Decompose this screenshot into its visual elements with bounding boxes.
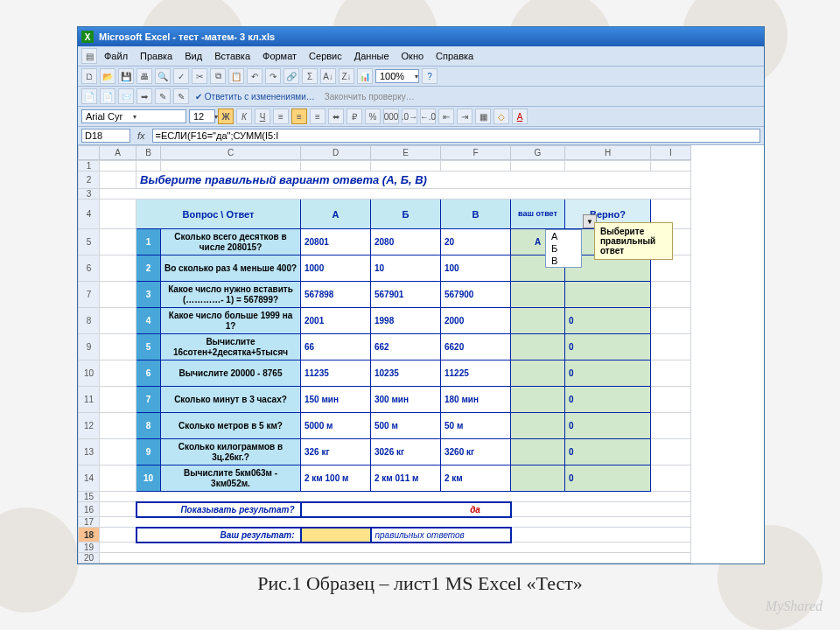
dropdown-option[interactable]: Б (546, 242, 581, 255)
row-header[interactable]: 5 (79, 229, 100, 256)
row-header[interactable]: 11 (79, 387, 100, 413)
your-answer-cell[interactable] (511, 334, 565, 360)
your-result-value[interactable] (301, 528, 371, 542)
copy-icon[interactable]: ⧉ (210, 68, 226, 84)
menu-insert[interactable]: Вставка (209, 49, 256, 63)
answer-v[interactable]: 11225 (441, 360, 511, 387)
show-result-cell[interactable] (371, 502, 441, 517)
your-answer-cell[interactable] (511, 413, 565, 439)
new-icon[interactable]: 🗋 (81, 68, 97, 84)
review-icon-1[interactable]: 📄 (81, 88, 97, 104)
review-icon-4[interactable]: ➡ (136, 88, 152, 104)
undo-icon[interactable]: ↶ (247, 68, 262, 84)
col-a[interactable]: A (100, 146, 136, 160)
menu-help[interactable]: Справка (430, 49, 479, 63)
bold-button[interactable]: Ж (218, 108, 234, 124)
spell-icon[interactable]: ✓ (173, 68, 189, 84)
answer-v[interactable]: 567900 (441, 282, 511, 308)
worksheet[interactable]: 1 2 Выберите правильный вариант ответа (… (78, 160, 691, 564)
row-header[interactable]: 1 (79, 161, 100, 172)
answer-a[interactable]: 5000 м (301, 413, 371, 439)
paste-icon[interactable]: 📋 (228, 68, 244, 84)
answer-b[interactable]: 567901 (371, 282, 441, 308)
row-header[interactable]: 3 (79, 189, 100, 200)
italic-button[interactable]: К (236, 108, 252, 124)
row-header[interactable]: 15 (79, 492, 100, 502)
print-icon[interactable]: 🖶 (136, 68, 152, 84)
row-header[interactable]: 2 (79, 172, 100, 189)
font-color-icon[interactable]: A (512, 108, 528, 124)
indent-dec-icon[interactable]: ⇤ (438, 108, 454, 124)
answer-a[interactable]: 1000 (301, 256, 371, 282)
zoom-select[interactable]: 100% (375, 69, 419, 83)
menu-format[interactable]: Формат (257, 49, 302, 63)
answer-b[interactable]: 3026 кг (371, 439, 441, 466)
your-answer-cell[interactable] (511, 466, 565, 492)
answer-v[interactable]: 6620 (441, 334, 511, 360)
row-header[interactable]: 7 (79, 282, 100, 308)
row-header[interactable]: 8 (79, 308, 100, 334)
name-box[interactable]: D18 (81, 129, 130, 143)
inc-decimal-icon[interactable]: .0→ (402, 108, 417, 124)
answer-v[interactable]: 20 (441, 229, 511, 256)
review-icon-3[interactable]: 📨 (118, 88, 134, 104)
row-header[interactable]: 17 (79, 517, 100, 528)
fill-color-icon[interactable]: ◇ (494, 108, 509, 124)
help-icon[interactable]: ? (422, 68, 438, 84)
borders-icon[interactable]: ▦ (475, 108, 491, 124)
sum-icon[interactable]: Σ (302, 68, 318, 84)
col-i[interactable]: I (651, 146, 691, 160)
answer-v[interactable]: 50 м (441, 413, 511, 439)
answer-a[interactable]: 2001 (301, 308, 371, 334)
row-header[interactable]: 20 (79, 553, 100, 564)
review-icon-2[interactable]: 📄 (100, 88, 116, 104)
answer-b[interactable]: 10235 (371, 360, 441, 387)
your-answer-cell[interactable] (511, 282, 565, 308)
col-f[interactable]: F (441, 146, 511, 160)
answer-v[interactable]: 180 мин (441, 387, 511, 413)
dropdown-option[interactable]: В (546, 255, 581, 267)
answer-a[interactable]: 66 (301, 334, 371, 360)
show-result-cell[interactable] (301, 502, 371, 517)
review-respond[interactable]: ✔ Ответить с изменениями… (192, 92, 318, 102)
sort-asc-icon[interactable]: A↓ (320, 68, 336, 84)
row-header[interactable]: 14 (79, 466, 100, 492)
row-header-selected[interactable]: 18 (79, 528, 100, 542)
your-answer-cell[interactable] (511, 308, 565, 334)
dec-decimal-icon[interactable]: ←.0 (420, 108, 436, 124)
menu-edit[interactable]: Правка (135, 49, 178, 63)
answer-b[interactable]: 2080 (371, 229, 441, 256)
currency-icon[interactable]: ₽ (346, 108, 362, 124)
comma-icon[interactable]: 000 (383, 108, 399, 124)
align-right-icon[interactable]: ≡ (310, 108, 326, 124)
answer-a[interactable]: 11235 (301, 360, 371, 387)
answer-a[interactable]: 567898 (301, 282, 371, 308)
dropdown-list[interactable]: ▼ А Б В (545, 229, 582, 268)
col-d[interactable]: D (301, 146, 371, 160)
preview-icon[interactable]: 🔍 (155, 68, 171, 84)
chart-icon[interactable]: 📊 (357, 68, 373, 84)
answer-b[interactable]: 500 м (371, 413, 441, 439)
answer-a[interactable]: 326 кг (301, 439, 371, 466)
dropdown-option[interactable]: А (546, 230, 581, 242)
answer-b[interactable]: 2 км 011 м (371, 466, 441, 492)
cut-icon[interactable]: ✂ (192, 68, 207, 84)
row-header[interactable]: 19 (79, 542, 100, 553)
menu-view[interactable]: Вид (179, 49, 207, 63)
review-icon-6[interactable]: ✎ (173, 88, 189, 104)
fx-icon[interactable]: fx (134, 130, 149, 141)
link-icon[interactable]: 🔗 (284, 68, 299, 84)
formula-input[interactable]: =ЕСЛИ(F16="да";СУММ(I5:I (152, 129, 760, 143)
sort-desc-icon[interactable]: Z↓ (339, 68, 354, 84)
row-header[interactable]: 16 (79, 502, 100, 517)
col-c[interactable]: C (161, 146, 301, 160)
answer-a[interactable]: 150 мин (301, 387, 371, 413)
row-header[interactable]: 12 (79, 413, 100, 439)
underline-button[interactable]: Ч (255, 108, 270, 124)
show-result-value[interactable]: да (441, 502, 511, 517)
answer-b[interactable]: 1998 (371, 308, 441, 334)
row-header[interactable]: 13 (79, 439, 100, 466)
your-answer-cell[interactable] (511, 387, 565, 413)
menu-window[interactable]: Окно (396, 49, 430, 63)
align-left-icon[interactable]: ≡ (273, 108, 289, 124)
